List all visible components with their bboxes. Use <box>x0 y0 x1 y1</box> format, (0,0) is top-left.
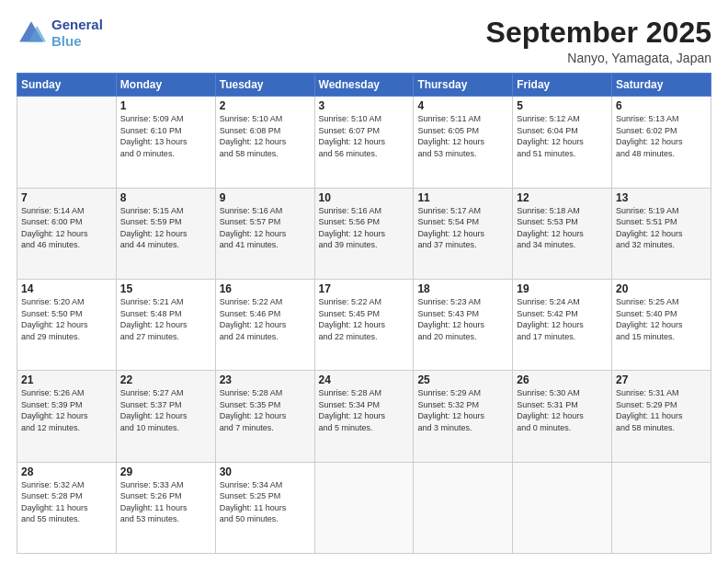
calendar-cell: 13Sunrise: 5:19 AM Sunset: 5:51 PM Dayli… <box>612 188 711 279</box>
day-number: 30 <box>220 465 311 478</box>
day-number: 17 <box>319 282 410 295</box>
day-info: Sunrise: 5:27 AM Sunset: 5:37 PM Dayligh… <box>120 387 211 433</box>
calendar-cell: 12Sunrise: 5:18 AM Sunset: 5:53 PM Dayli… <box>513 188 612 279</box>
day-number: 27 <box>616 373 707 386</box>
day-number: 26 <box>517 373 608 386</box>
day-info: Sunrise: 5:12 AM Sunset: 6:04 PM Dayligh… <box>517 113 608 159</box>
location: Nanyo, Yamagata, Japan <box>486 51 711 65</box>
day-number: 20 <box>616 282 707 295</box>
day-info: Sunrise: 5:15 AM Sunset: 5:59 PM Dayligh… <box>120 205 211 251</box>
day-number: 6 <box>616 99 707 112</box>
calendar-cell <box>314 462 414 553</box>
day-info: Sunrise: 5:10 AM Sunset: 6:07 PM Dayligh… <box>319 113 410 159</box>
day-info: Sunrise: 5:24 AM Sunset: 5:42 PM Dayligh… <box>517 296 608 342</box>
day-info: Sunrise: 5:19 AM Sunset: 5:51 PM Dayligh… <box>616 205 707 251</box>
day-number: 15 <box>120 282 211 295</box>
day-number: 22 <box>120 373 211 386</box>
day-info: Sunrise: 5:09 AM Sunset: 6:10 PM Dayligh… <box>120 113 211 159</box>
day-info: Sunrise: 5:16 AM Sunset: 5:57 PM Dayligh… <box>220 205 311 251</box>
calendar-cell: 11Sunrise: 5:17 AM Sunset: 5:54 PM Dayli… <box>414 188 513 279</box>
logo-icon <box>17 18 46 48</box>
day-info: Sunrise: 5:21 AM Sunset: 5:48 PM Dayligh… <box>120 296 211 342</box>
calendar-cell: 14Sunrise: 5:20 AM Sunset: 5:50 PM Dayli… <box>17 279 117 370</box>
calendar-row: 21Sunrise: 5:26 AM Sunset: 5:39 PM Dayli… <box>17 371 711 462</box>
calendar-row: 28Sunrise: 5:32 AM Sunset: 5:28 PM Dayli… <box>17 462 711 553</box>
day-number: 25 <box>417 373 508 386</box>
day-number: 23 <box>220 373 311 386</box>
day-info: Sunrise: 5:14 AM Sunset: 6:00 PM Dayligh… <box>21 205 112 251</box>
calendar-cell: 27Sunrise: 5:31 AM Sunset: 5:29 PM Dayli… <box>612 371 711 462</box>
day-number: 13 <box>616 191 707 204</box>
calendar-table: SundayMondayTuesdayWednesdayThursdayFrid… <box>17 73 711 554</box>
calendar-cell: 6Sunrise: 5:13 AM Sunset: 6:02 PM Daylig… <box>612 97 711 188</box>
calendar-cell <box>513 462 612 553</box>
calendar-cell: 9Sunrise: 5:16 AM Sunset: 5:57 PM Daylig… <box>215 188 314 279</box>
calendar-cell: 19Sunrise: 5:24 AM Sunset: 5:42 PM Dayli… <box>513 279 612 370</box>
day-number: 29 <box>120 465 211 478</box>
day-info: Sunrise: 5:10 AM Sunset: 6:08 PM Dayligh… <box>220 113 311 159</box>
logo-line2: Blue <box>51 33 103 50</box>
day-info: Sunrise: 5:33 AM Sunset: 5:26 PM Dayligh… <box>120 479 211 525</box>
calendar-cell: 25Sunrise: 5:29 AM Sunset: 5:32 PM Dayli… <box>414 371 513 462</box>
day-info: Sunrise: 5:30 AM Sunset: 5:31 PM Dayligh… <box>517 387 608 433</box>
calendar-cell: 8Sunrise: 5:15 AM Sunset: 5:59 PM Daylig… <box>116 188 215 279</box>
day-info: Sunrise: 5:20 AM Sunset: 5:50 PM Dayligh… <box>21 296 112 342</box>
weekday-header: Friday <box>513 74 612 97</box>
day-number: 28 <box>21 465 112 478</box>
day-number: 19 <box>517 282 608 295</box>
day-info: Sunrise: 5:23 AM Sunset: 5:43 PM Dayligh… <box>417 296 508 342</box>
page: General Blue September 2025 Nanyo, Yamag… <box>0 0 728 563</box>
calendar-cell: 7Sunrise: 5:14 AM Sunset: 6:00 PM Daylig… <box>17 188 117 279</box>
calendar-cell: 15Sunrise: 5:21 AM Sunset: 5:48 PM Dayli… <box>116 279 215 370</box>
day-info: Sunrise: 5:25 AM Sunset: 5:40 PM Dayligh… <box>616 296 707 342</box>
calendar-cell: 20Sunrise: 5:25 AM Sunset: 5:40 PM Dayli… <box>612 279 711 370</box>
day-number: 9 <box>220 191 311 204</box>
day-info: Sunrise: 5:22 AM Sunset: 5:45 PM Dayligh… <box>319 296 410 342</box>
weekday-header: Tuesday <box>215 74 314 97</box>
calendar-row: 7Sunrise: 5:14 AM Sunset: 6:00 PM Daylig… <box>17 188 711 279</box>
calendar-cell: 17Sunrise: 5:22 AM Sunset: 5:45 PM Dayli… <box>314 279 414 370</box>
day-number: 7 <box>21 191 112 204</box>
calendar-cell: 18Sunrise: 5:23 AM Sunset: 5:43 PM Dayli… <box>414 279 513 370</box>
day-number: 14 <box>21 282 112 295</box>
calendar-row: 14Sunrise: 5:20 AM Sunset: 5:50 PM Dayli… <box>17 279 711 370</box>
day-number: 16 <box>220 282 311 295</box>
month-title: September 2025 <box>486 17 711 49</box>
day-number: 21 <box>21 373 112 386</box>
day-number: 2 <box>220 99 311 112</box>
day-info: Sunrise: 5:32 AM Sunset: 5:28 PM Dayligh… <box>21 479 112 525</box>
day-info: Sunrise: 5:29 AM Sunset: 5:32 PM Dayligh… <box>417 387 508 433</box>
calendar-cell: 29Sunrise: 5:33 AM Sunset: 5:26 PM Dayli… <box>116 462 215 553</box>
logo-line1: General <box>51 17 103 33</box>
weekday-header: Wednesday <box>314 74 414 97</box>
calendar-cell <box>612 462 711 553</box>
day-info: Sunrise: 5:26 AM Sunset: 5:39 PM Dayligh… <box>21 387 112 433</box>
day-number: 24 <box>319 373 410 386</box>
calendar-cell: 5Sunrise: 5:12 AM Sunset: 6:04 PM Daylig… <box>513 97 612 188</box>
calendar-cell: 4Sunrise: 5:11 AM Sunset: 6:05 PM Daylig… <box>414 97 513 188</box>
day-number: 11 <box>417 191 508 204</box>
day-info: Sunrise: 5:16 AM Sunset: 5:56 PM Dayligh… <box>319 205 410 251</box>
weekday-header-row: SundayMondayTuesdayWednesdayThursdayFrid… <box>17 74 711 97</box>
day-info: Sunrise: 5:34 AM Sunset: 5:25 PM Dayligh… <box>220 479 311 525</box>
calendar-cell: 2Sunrise: 5:10 AM Sunset: 6:08 PM Daylig… <box>215 97 314 188</box>
day-info: Sunrise: 5:28 AM Sunset: 5:35 PM Dayligh… <box>220 387 311 433</box>
day-number: 12 <box>517 191 608 204</box>
day-number: 18 <box>417 282 508 295</box>
day-info: Sunrise: 5:13 AM Sunset: 6:02 PM Dayligh… <box>616 113 707 159</box>
day-number: 4 <box>417 99 508 112</box>
day-info: Sunrise: 5:28 AM Sunset: 5:34 PM Dayligh… <box>319 387 410 433</box>
calendar-cell: 3Sunrise: 5:10 AM Sunset: 6:07 PM Daylig… <box>314 97 414 188</box>
calendar-cell: 26Sunrise: 5:30 AM Sunset: 5:31 PM Dayli… <box>513 371 612 462</box>
calendar-cell: 22Sunrise: 5:27 AM Sunset: 5:37 PM Dayli… <box>116 371 215 462</box>
weekday-header: Saturday <box>612 74 711 97</box>
day-number: 10 <box>319 191 410 204</box>
weekday-header: Sunday <box>17 74 117 97</box>
day-number: 3 <box>319 99 410 112</box>
day-info: Sunrise: 5:18 AM Sunset: 5:53 PM Dayligh… <box>517 205 608 251</box>
calendar-cell <box>414 462 513 553</box>
header: General Blue September 2025 Nanyo, Yamag… <box>17 17 711 65</box>
calendar-cell: 24Sunrise: 5:28 AM Sunset: 5:34 PM Dayli… <box>314 371 414 462</box>
calendar-cell: 28Sunrise: 5:32 AM Sunset: 5:28 PM Dayli… <box>17 462 117 553</box>
weekday-header: Monday <box>116 74 215 97</box>
